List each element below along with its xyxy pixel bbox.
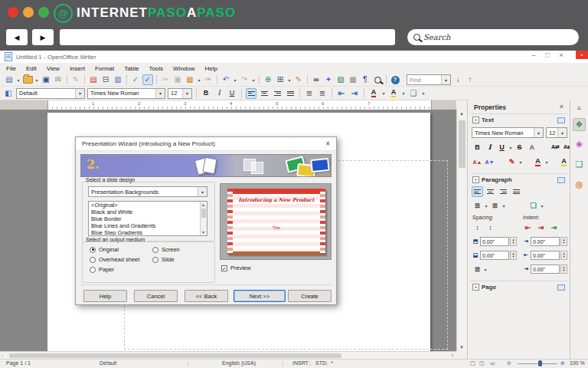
redo-dropdown[interactable]: ▾ (251, 77, 256, 83)
bold-button[interactable]: B (201, 88, 211, 99)
autospellcheck-button[interactable]: ✓ (142, 74, 153, 85)
menu-table[interactable]: Table (124, 65, 139, 72)
format-paintbrush-button[interactable]: ✑ (203, 74, 214, 85)
sidebar-align-right-button[interactable] (498, 186, 509, 197)
zoom-slider-thumb[interactable] (538, 360, 542, 366)
design-combo-caret-icon[interactable]: ▾ (198, 187, 207, 196)
vertical-scroll-thumb[interactable] (459, 120, 466, 168)
sidebar-font-combo[interactable]: Times New Roman ▾ (472, 127, 544, 138)
spellcheck-button[interactable]: ✓ (130, 74, 141, 85)
list-scroll-thumb[interactable] (201, 209, 206, 218)
email-document-button[interactable]: ✉ (53, 74, 64, 85)
undock-icon[interactable] (557, 117, 565, 123)
strikethrough-button[interactable]: S (514, 142, 525, 153)
font-color-dropdown[interactable]: ▾ (381, 90, 386, 96)
sidebar-size-caret-icon[interactable]: ▾ (557, 128, 567, 137)
menu-format[interactable]: Format (95, 65, 114, 72)
menu-window[interactable]: Window (173, 65, 194, 72)
bullet-list-dropdown[interactable]: ▾ (484, 203, 488, 209)
data-sources-button[interactable]: ▦ (348, 74, 358, 85)
sidebar-align-left-button[interactable] (472, 186, 483, 197)
draw-functions-button[interactable]: ✎ (293, 74, 304, 85)
page-preview-button[interactable]: ▥ (113, 74, 123, 85)
dialog-close-icon[interactable]: × (325, 140, 330, 148)
style-combo-caret-icon[interactable]: ▾ (75, 89, 84, 98)
find-combo-caret-icon[interactable]: ▾ (441, 75, 450, 84)
clipart-tab[interactable]: ❏ (573, 158, 586, 171)
traffic-light-red-icon[interactable] (8, 7, 18, 18)
indent-before-stepper[interactable]: ▲▼ (560, 237, 567, 246)
first-line-indent-input[interactable]: 0.00" (531, 264, 560, 274)
background-color-dropdown[interactable]: ▾ (421, 90, 426, 96)
sidebar-font-color-button[interactable]: A (532, 156, 544, 167)
radio-paper[interactable]: Paper (90, 266, 114, 273)
radio-overhead-sheet[interactable]: Overhead sheet (90, 256, 139, 263)
sidebar-highlighting-button[interactable]: A (558, 156, 570, 167)
numbered-list-button[interactable]: ≣ (304, 88, 315, 99)
new-document-button[interactable]: ▤ (4, 74, 15, 85)
scroll-left-icon[interactable]: ‹ (2, 353, 3, 358)
sidebar-align-center-button[interactable] (485, 186, 496, 197)
step-down-icon[interactable]: ▼ (512, 242, 515, 245)
spacing-above-input[interactable]: 0.00" (480, 237, 509, 246)
expand-icon[interactable]: + (472, 176, 479, 183)
sidebar-settings-button[interactable]: ≡ (573, 102, 586, 115)
close-icon[interactable]: × (554, 51, 568, 59)
underline-button[interactable]: U (227, 88, 237, 99)
single-page-view-icon[interactable]: ▢ (470, 360, 475, 366)
gallery-button[interactable]: ▧ (335, 74, 346, 85)
decrease-indent-button[interactable]: ⇤ (336, 88, 347, 99)
numbered-list-dropdown[interactable]: ▾ (501, 203, 506, 209)
indent-before-input[interactable]: 0.00" (531, 237, 560, 246)
font-combo-caret-icon[interactable]: ▾ (155, 89, 165, 98)
spacing-above-stepper[interactable]: ▲▼ (510, 237, 517, 246)
underline-dropdown[interactable]: ▾ (508, 145, 513, 150)
spacing-below-stepper[interactable]: ▲▼ (510, 251, 517, 260)
sidebar-align-justify-button[interactable] (511, 186, 522, 197)
cut-button[interactable]: ✂ (160, 74, 171, 85)
status-modified-flag[interactable]: * (331, 360, 333, 366)
vertical-scrollbar[interactable]: ▲ ▼ (456, 110, 467, 351)
menu-edit[interactable]: Edit (26, 65, 37, 72)
undo-button[interactable]: ↶ (220, 74, 231, 85)
shadow-button[interactable]: A (526, 142, 537, 153)
design-list-item[interactable]: <Original> (89, 202, 207, 209)
print-button[interactable]: ⊟ (100, 74, 111, 85)
copy-button[interactable]: ▣ (172, 74, 183, 85)
insert-table-button[interactable]: ⊞ (275, 74, 286, 85)
design-category-combo[interactable]: Presentation Backgrounds ▾ (88, 186, 207, 197)
book-view-icon[interactable]: ▭ (490, 360, 495, 366)
minimize-icon[interactable]: – (527, 51, 541, 59)
list-scroll-down-icon[interactable]: ▼ (201, 230, 205, 235)
text-section-header[interactable]: + Text (472, 117, 494, 123)
design-list-item[interactable]: Black and White (89, 209, 207, 215)
sidebar-bullet-list-button[interactable]: ≣ (472, 200, 483, 211)
back-button[interactable]: ◀ (6, 29, 28, 45)
menu-insert[interactable]: Insert (70, 65, 85, 72)
table-dropdown[interactable]: ▾ (287, 77, 292, 83)
radio-slide[interactable]: Slide (152, 256, 175, 263)
highlighting-button[interactable]: A (388, 88, 399, 99)
decrease-indent-button-sidebar[interactable]: ⇥ (535, 222, 547, 233)
address-bar[interactable] (60, 29, 395, 45)
scroll-down-icon[interactable]: ▼ (459, 345, 464, 350)
status-page-style[interactable]: Default (100, 360, 116, 366)
paragraph-background-button[interactable]: ❑ (528, 200, 539, 211)
background-color-button[interactable]: ❑ (408, 88, 419, 99)
increase-indent-button-sidebar[interactable]: ⇤ (522, 222, 534, 233)
redo-button[interactable]: ↷ (239, 74, 250, 85)
formatting-marks-button[interactable]: ¶ (360, 74, 371, 85)
help-button[interactable]: ? (390, 74, 400, 85)
horizontal-scrollbar[interactable]: ‹ › (0, 351, 456, 359)
zoom-in-icon[interactable]: ⊕ (560, 360, 565, 366)
increase-char-spacing-button[interactable]: A⇄ (550, 142, 561, 153)
status-page-count[interactable]: Page 1 / 1 (6, 360, 31, 366)
switch-indent-button[interactable]: ⇥ (548, 222, 560, 233)
preview-checkbox[interactable]: ✓ Preview (221, 264, 251, 271)
font-name-combo[interactable]: Times New Roman ▾ (87, 88, 165, 99)
traffic-light-orange-icon[interactable] (23, 7, 34, 18)
line-spacing-button[interactable]: ≣ (472, 264, 483, 274)
paragraph-section-header[interactable]: + Paragraph (472, 176, 512, 183)
next-button[interactable]: Next >> (234, 290, 286, 302)
bullet-list-button[interactable]: ≣ (317, 88, 328, 99)
